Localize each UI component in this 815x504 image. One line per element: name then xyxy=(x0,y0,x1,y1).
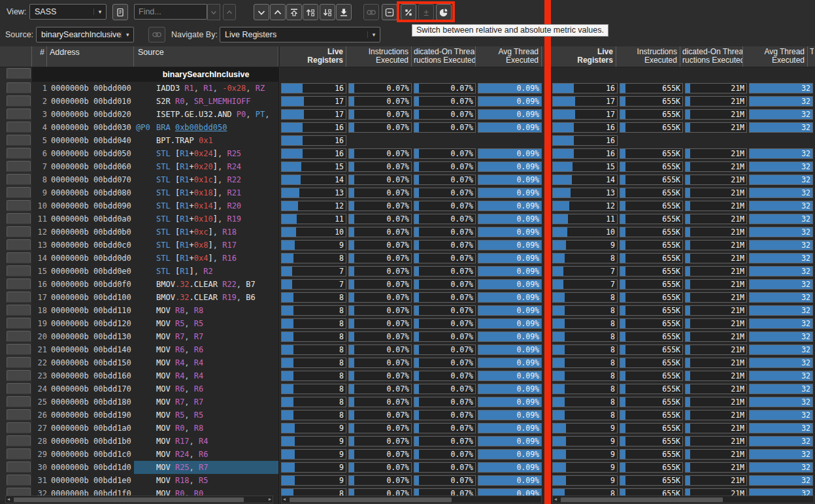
source-select[interactable]: binarySearchInclusive ▾ xyxy=(36,27,134,42)
metric-column-header[interactable]: dicated-On Threadructions Executed xyxy=(414,46,476,67)
row-gutter[interactable] xyxy=(0,147,32,160)
row-gutter[interactable] xyxy=(0,95,32,108)
source-cell[interactable]: MOV R6, R6 xyxy=(134,382,278,395)
metric-row[interactable]: 90.07%0.07%0.09% xyxy=(280,474,544,487)
table-row[interactable]: 190000000b 00bdd120MOV R5, R5 xyxy=(0,317,278,330)
table-row[interactable]: 140000000b 00bdd0d0STL [R1+0x4], R16 xyxy=(0,252,278,265)
next-result-button[interactable] xyxy=(254,4,269,20)
relative-horizontal-scrollbar[interactable]: ◂ xyxy=(281,496,542,503)
table-row[interactable]: 240000000b 00bdd170MOV R6, R6 xyxy=(0,382,278,395)
row-gutter[interactable] xyxy=(0,82,32,95)
row-gutter[interactable] xyxy=(0,435,32,448)
table-row[interactable]: 20000000b 00bdd010S2R R0, SR_LMEMHIOFF xyxy=(0,95,278,108)
row-gutter[interactable] xyxy=(0,409,32,422)
source-cell[interactable]: ISETP.GE.U32.AND P0, PT, xyxy=(134,108,278,121)
source-cell[interactable]: BMOV.32.CLEAR R19, B6 xyxy=(134,291,278,304)
source-cell[interactable]: MOV R5, R5 xyxy=(134,317,278,330)
scrollbar-thumb[interactable] xyxy=(290,497,452,502)
source-cell[interactable]: MOV R24, R6 xyxy=(134,448,278,461)
metric-row[interactable]: 80.07%0.07%0.09% xyxy=(280,304,544,317)
row-gutter[interactable] xyxy=(0,422,32,435)
collapse-button[interactable] xyxy=(382,4,397,20)
metric-row[interactable]: 9655K21M32 xyxy=(551,448,815,461)
gutter-box[interactable] xyxy=(7,409,31,420)
row-gutter[interactable] xyxy=(0,160,32,173)
metric-row[interactable]: 8655K21M32 xyxy=(551,343,815,356)
metric-row[interactable]: 170.07%0.07%0.09% xyxy=(280,108,544,121)
absolute-horizontal-scrollbar[interactable]: ◂ xyxy=(552,496,814,503)
row-gutter[interactable] xyxy=(0,199,32,212)
row-gutter[interactable] xyxy=(0,67,32,82)
metric-row[interactable]: 90.07%0.07%0.09% xyxy=(280,239,544,252)
metric-row[interactable]: 8655K21M32 xyxy=(551,330,815,343)
link-source-button[interactable] xyxy=(148,27,165,42)
source-horizontal-scrollbar[interactable]: ◂ ▸ xyxy=(5,496,273,503)
table-row[interactable]: 270000000b 00bdd1a0MOV R0, R8 xyxy=(0,422,278,435)
source-cell[interactable]: STL [R1+0xc], R18 xyxy=(134,226,278,239)
table-row[interactable]: 110000000b 00bdd0a0STL [R1+0x10], R19 xyxy=(0,212,278,226)
scrollbar-thumb[interactable] xyxy=(561,497,723,502)
metric-row[interactable]: 8655K21M32 xyxy=(551,382,815,395)
source-cell[interactable]: IADD3 R1, R1, -0x28, RZ xyxy=(134,82,278,95)
metric-row[interactable]: 9655K21M32 xyxy=(551,461,815,474)
row-gutter[interactable] xyxy=(0,108,32,121)
gutter-box[interactable] xyxy=(7,475,31,486)
scroll-left-icon[interactable]: ◂ xyxy=(7,496,10,503)
gutter-box[interactable] xyxy=(7,187,31,198)
row-gutter[interactable] xyxy=(0,317,32,330)
metric-row[interactable]: 8655K21M32 xyxy=(551,409,815,422)
metric-row[interactable]: 12655K21M32 xyxy=(551,199,815,212)
scroll-left-icon[interactable]: ◂ xyxy=(554,496,557,503)
source-cell[interactable]: @P0BRA 0xb00bdd050 xyxy=(134,121,278,134)
table-row[interactable]: 150000000b 00bdd0e0STL [R1], R2 xyxy=(0,265,278,278)
row-gutter[interactable] xyxy=(0,134,32,147)
source-cell[interactable]: STL [R1+0x4], R16 xyxy=(134,252,278,265)
table-row[interactable]: 220000000b 00bdd150MOV R4, R4 xyxy=(0,356,278,369)
source-cell[interactable]: STL [R1+0x24], R25 xyxy=(134,147,278,160)
row-gutter[interactable] xyxy=(0,448,32,461)
table-row[interactable]: 210000000b 00bdd140MOV R6, R6 xyxy=(0,343,278,356)
gutter-box[interactable] xyxy=(7,109,31,120)
row-gutter[interactable] xyxy=(0,186,32,199)
row-gutter[interactable] xyxy=(0,173,32,186)
gutter-box[interactable] xyxy=(7,226,31,237)
metric-row[interactable]: 160.07%0.07%0.09% xyxy=(280,121,544,134)
gutter-box[interactable] xyxy=(7,357,31,368)
row-gutter[interactable] xyxy=(0,395,32,409)
metric-row[interactable]: 8655K21M32 xyxy=(551,291,815,304)
metric-row[interactable]: 90.07%0.07%0.09% xyxy=(280,422,544,435)
table-row[interactable]: 180000000b 00bdd110MOV R8, R8 xyxy=(0,304,278,317)
metric-row[interactable]: 15655K21M32 xyxy=(551,160,815,173)
source-cell[interactable]: STL [R1+0x8], R17 xyxy=(134,239,278,252)
row-gutter[interactable] xyxy=(0,291,32,304)
row-gutter[interactable] xyxy=(0,461,32,474)
source-cell[interactable]: MOV R7, R7 xyxy=(134,330,278,343)
metric-row[interactable]: 120.07%0.07%0.09% xyxy=(280,199,544,212)
gutter-box[interactable] xyxy=(7,396,31,407)
row-gutter[interactable] xyxy=(0,382,32,395)
find-input[interactable]: Find... xyxy=(134,4,207,20)
metric-column-header[interactable]: Avg ThreadExecuted xyxy=(745,46,808,67)
metric-row[interactable]: 80.07%0.07%0.09% xyxy=(280,356,544,369)
previous-source-line-button[interactable] xyxy=(303,4,318,20)
gutter-box[interactable] xyxy=(7,213,31,224)
metric-row[interactable]: 8655K21M32 xyxy=(551,369,815,382)
previous-result-button[interactable] xyxy=(270,4,286,20)
document-icon-button[interactable] xyxy=(112,4,128,20)
gutter-box[interactable] xyxy=(7,383,31,394)
metric-column-header[interactable]: LiveRegisters xyxy=(281,46,346,67)
table-row[interactable]: 310000000b 00bdd1e0MOV R18, R5 xyxy=(0,474,278,487)
source-cell[interactable]: MOV R5, R5 xyxy=(134,409,278,422)
metric-row[interactable]: 70.07%0.07%0.09% xyxy=(280,278,544,291)
table-row[interactable]: 230000000b 00bdd160MOV R4, R4 xyxy=(0,369,278,382)
metric-row[interactable]: 100.07%0.07%0.09% xyxy=(280,226,544,239)
metric-row[interactable]: 90.07%0.07%0.09% xyxy=(280,461,544,474)
table-row[interactable]: 40000000b 00bdd030@P0BRA 0xb00bdd050 xyxy=(0,121,278,134)
source-cell[interactable]: BMOV.32.CLEAR R22, B7 xyxy=(134,278,278,291)
row-gutter[interactable] xyxy=(0,226,32,239)
metric-row[interactable]: 80.07%0.07%0.09% xyxy=(280,317,544,330)
metric-row[interactable]: 80.07%0.07%0.09% xyxy=(280,369,544,382)
address-header[interactable]: Address xyxy=(47,46,134,67)
gutter-box[interactable] xyxy=(7,174,31,185)
metric-row[interactable]: 90.07%0.07%0.09% xyxy=(280,435,544,448)
